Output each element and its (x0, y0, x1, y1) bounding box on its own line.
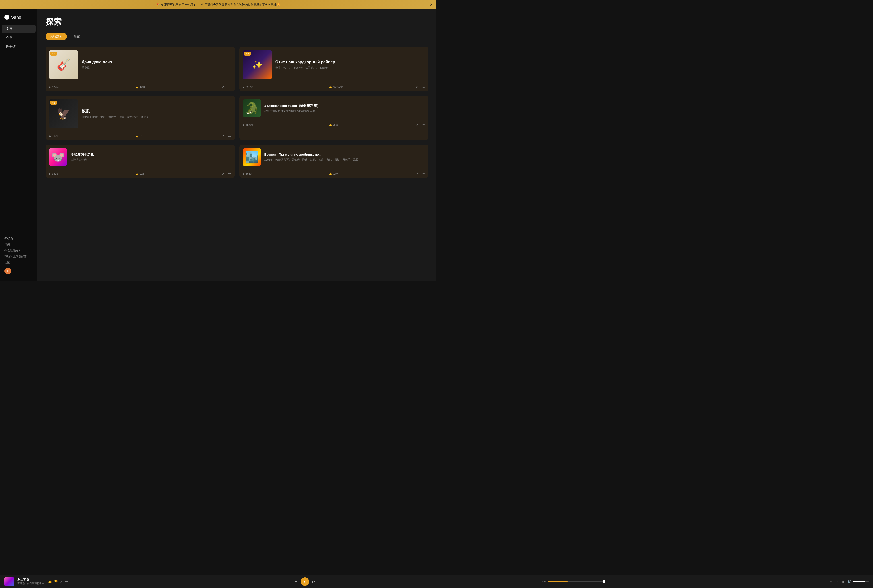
song-5-footer: ▶ 8328 👍 226 ↗ ••• (45, 170, 235, 178)
song-4-subtitle: 小呆沼泽路易斯安那州南部乡巴佬鳄鱼国家 (264, 109, 425, 113)
song-2-actions: ↗ ••• (415, 86, 425, 89)
song-6-thumb[interactable]: ▶ (243, 148, 261, 166)
sidebar-item-create-label: 创造 (6, 36, 12, 40)
song-3-more-icon[interactable]: ••• (228, 134, 231, 138)
app-layout: Suno 探索 创造 图书馆 40学分 订阅 什么是新的？ 帮助/常见问题解答 … (0, 9, 436, 280)
like-icon: 👍 (135, 86, 138, 88)
like-icon-2: 👍 (329, 86, 332, 88)
like-icon-3: 👍 (135, 135, 138, 138)
logo-text: Suno (11, 15, 21, 20)
help-link[interactable]: 帮助/常见问题解答 (4, 255, 33, 258)
song-1-subtitle: 重金属 (82, 66, 231, 70)
song-card-2-top: # 2 ▶ Отче наш хардкорный рейвер 电子、铁杆、H… (239, 46, 429, 83)
songs-grid: # 1 ▶ Дача дача дача 重金属 ▶ 47753 👍 (45, 46, 429, 178)
subscribe-link[interactable]: 订阅 (4, 243, 33, 246)
sidebar-nav: 探索 创造 图书馆 (0, 24, 38, 234)
play-icon: ▶ (49, 86, 51, 88)
song-1-more-icon[interactable]: ••• (228, 85, 231, 89)
song-4-more-icon[interactable]: ••• (422, 123, 425, 127)
song-card-1-top: # 1 ▶ Дача дача дача 重金属 (45, 46, 235, 83)
sidebar-item-library-label: 图书馆 (6, 45, 16, 49)
song-card-5: ▶ 厚脸皮的小老鼠 古怪的流行乐 ▶ 8328 👍 226 (45, 144, 235, 178)
song-5-actions: ↗ ••• (222, 172, 231, 176)
song-1-share-icon[interactable]: ↗ (222, 85, 224, 89)
song-5-info: 厚脸皮的小老鼠 古怪的流行乐 (70, 148, 231, 166)
song-card-2: # 2 ▶ Отче наш хардкорный рейвер 电子、铁杆、H… (239, 46, 429, 91)
banner-text2: 使用我们今天的最新模型在几秒钟内创作完整的两分钟歌曲🤩 (201, 3, 280, 7)
banner-close-button[interactable]: ✕ (430, 2, 433, 7)
song-2-plays: ▶ 22893 (243, 86, 329, 89)
song-card-5-top: ▶ 厚脸皮的小老鼠 古怪的流行乐 (45, 144, 235, 170)
song-6-plays: ▶ 6563 (243, 172, 329, 176)
song-5-more-icon[interactable]: ••• (228, 172, 231, 176)
song-2-likes: 👍 第467章 (329, 85, 415, 89)
song-2-share-icon[interactable]: ↗ (415, 86, 418, 89)
song-card-4-top: ▶ Зеленоглазое такси（绿眼出租车） 小呆沼泽路易斯安那州南部… (239, 96, 429, 121)
song-4-likes: 👍 308 (329, 123, 415, 126)
song-1-title: Дача дача дача (82, 60, 231, 65)
sidebar-item-explore-label: 探索 (6, 27, 12, 31)
song-6-share-icon[interactable]: ↗ (415, 172, 418, 176)
like-icon-4: 👍 (329, 124, 332, 126)
song-3-thumb[interactable]: # 3 ▶ (49, 99, 78, 128)
main-content: 探索 流行趋势 新的 # 1 ▶ Дача дача дача 重金属 (38, 9, 436, 280)
song-card-3: # 3 ▶ 模拟 抽象嘻哈配音、银河、新爵士、晨星、旅行跳跃、phonk ▶ 1… (45, 96, 235, 140)
song-2-rank: # 2 (244, 51, 251, 56)
song-3-plays: ▶ 10799 (49, 135, 135, 138)
song-1-likes: 👍 1048 (135, 86, 222, 88)
song-4-thumb[interactable]: ▶ (243, 99, 261, 117)
song-3-actions: ↗ ••• (222, 134, 231, 138)
song-3-title: 模拟 (82, 109, 231, 114)
song-card-6-top: ▶ Есенин - Ты меня не любишь, не... 1962… (239, 144, 429, 170)
banner-text1: 🎉 v3 现已可供所有用户使用！ (156, 3, 196, 7)
tab-trending[interactable]: 流行趋势 (45, 33, 67, 40)
community-link[interactable]: 社区 (4, 261, 33, 264)
song-3-footer: ▶ 10799 👍 315 ↗ ••• (45, 132, 235, 140)
song-card-4: ▶ Зеленоглазое такси（绿眼出租车） 小呆沼泽路易斯安那州南部… (239, 96, 429, 140)
sidebar-item-create[interactable]: 创造 (2, 33, 36, 42)
sidebar-bottom: 40学分 订阅 什么是新的？ 帮助/常见问题解答 社区 L (0, 234, 38, 277)
play-icon-5: ▶ (49, 172, 51, 176)
song-5-title: 厚脸皮的小老鼠 (70, 152, 231, 157)
play-icon-3: ▶ (49, 135, 51, 138)
song-4-info: Зеленоглазое такси（绿眼出租车） 小呆沼泽路易斯安那州南部乡巴… (264, 99, 425, 117)
song-5-share-icon[interactable]: ↗ (222, 172, 224, 176)
sidebar-item-explore[interactable]: 探索 (2, 24, 36, 33)
song-3-share-icon[interactable]: ↗ (222, 134, 224, 138)
top-banner: 🎉 v3 现已可供所有用户使用！ 使用我们今天的最新模型在几秒钟内创作完整的两分… (0, 0, 436, 9)
song-2-info: Отче наш хардкорный рейвер 电子、铁杆、Hardsty… (276, 50, 425, 79)
song-6-title: Есенин - Ты меня не любишь, не... (264, 152, 425, 157)
song-1-footer: ▶ 47753 👍 1048 ↗ ••• (45, 83, 235, 91)
tab-new[interactable]: 新的 (70, 33, 85, 40)
sidebar-logo: Suno (0, 13, 38, 24)
song-2-thumb[interactable]: # 2 ▶ (243, 50, 272, 79)
song-6-more-icon[interactable]: ••• (422, 172, 425, 176)
credits-label: 40学分 (4, 237, 33, 240)
song-3-info: 模拟 抽象嘻哈配音、银河、新爵士、晨星、旅行跳跃、phonk (82, 99, 231, 128)
song-4-actions: ↗ ••• (415, 123, 425, 127)
song-card-1: # 1 ▶ Дача дача дача 重金属 ▶ 47753 👍 (45, 46, 235, 91)
song-1-thumb[interactable]: # 1 ▶ (49, 50, 78, 79)
song-6-subtitle: 1962年、哈蒙德风琴、灵魂乐、慢速、跳跳、蓝调、吉他、贝斯、男歌手、温柔 (264, 158, 425, 162)
song-5-plays: ▶ 8328 (49, 172, 135, 176)
tabs: 流行趋势 新的 (45, 33, 429, 40)
whats-new-link[interactable]: 什么是新的？ (4, 249, 33, 252)
song-4-footer: ▶ 15794 👍 308 ↗ ••• (239, 121, 429, 129)
song-5-likes: 👍 226 (135, 172, 222, 176)
song-3-rank: # 3 (50, 100, 57, 105)
song-3-subtitle: 抽象嘻哈配音、银河、新爵士、晨星、旅行跳跃、phonk (82, 115, 231, 119)
song-4-share-icon[interactable]: ↗ (415, 123, 418, 127)
play-icon-6: ▶ (243, 172, 244, 176)
song-4-title: Зеленоглазое такси（绿眼出租车） (264, 104, 425, 108)
user-avatar[interactable]: L (4, 268, 11, 274)
sidebar-item-library[interactable]: 图书馆 (2, 42, 36, 51)
page-title: 探索 (45, 16, 429, 27)
song-2-more-icon[interactable]: ••• (422, 86, 425, 89)
song-6-likes: 👍 179 (329, 172, 415, 176)
song-1-actions: ↗ ••• (222, 85, 231, 89)
song-6-actions: ↗ ••• (415, 172, 425, 176)
song-5-thumb[interactable]: ▶ (49, 148, 67, 166)
song-1-info: Дача дача дача 重金属 (82, 50, 231, 79)
logo-icon (4, 15, 9, 20)
song-4-plays: ▶ 15794 (243, 123, 329, 126)
